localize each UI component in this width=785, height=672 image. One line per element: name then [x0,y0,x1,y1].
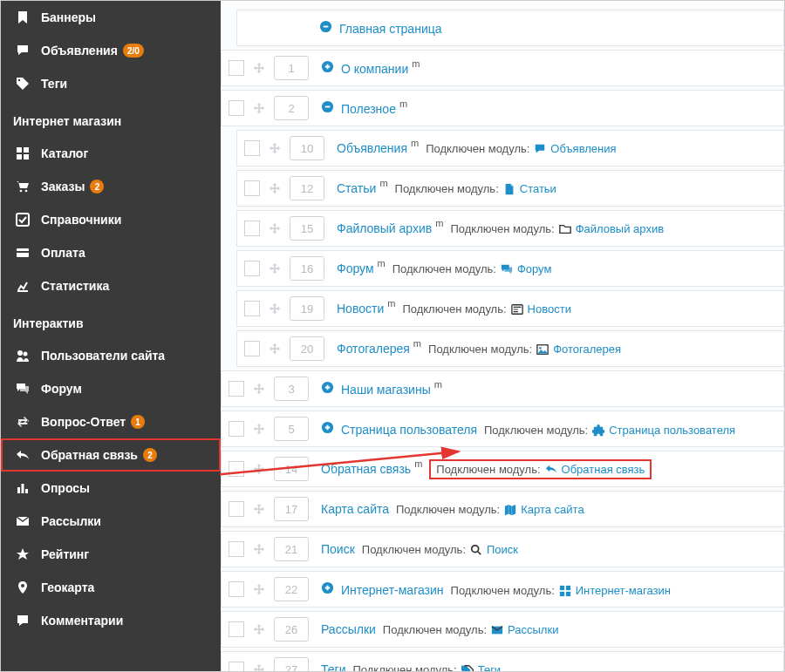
row-checkbox[interactable] [229,60,244,76]
page-link[interactable]: Новости [337,302,384,316]
sort-number[interactable]: 17 [274,497,309,521]
sort-number[interactable]: 1 [274,56,309,80]
page-link[interactable]: Файловый архив [337,221,432,235]
sort-number[interactable]: 21 [274,537,309,561]
module-link[interactable]: Новости [528,302,571,316]
sidebar-item-grid[interactable]: Каталог [1,137,221,170]
drag-handle-icon[interactable] [249,102,269,114]
drag-handle-icon[interactable] [249,383,269,395]
sort-number[interactable]: 16 [290,256,324,281]
sort-number[interactable]: 5 [274,417,309,441]
drag-handle-icon[interactable] [249,62,269,74]
row-checkbox[interactable] [229,501,244,517]
page-link[interactable]: Объявления [337,141,407,155]
drag-handle-icon[interactable] [249,583,269,595]
page-link[interactable]: О компании [341,62,408,76]
sidebar-item-bookmark[interactable]: Баннеры [1,1,221,34]
sort-number[interactable]: 27 [274,657,309,671]
page-link[interactable]: Полезное [341,102,396,116]
page-link[interactable]: Форум [337,261,374,275]
drag-handle-icon[interactable] [249,623,269,635]
sidebar-item-star[interactable]: Рейтинг [1,538,221,571]
sort-number[interactable]: 15 [290,216,324,241]
sidebar-item-retweet[interactable]: Вопрос-Ответ1 [1,405,221,438]
sort-number[interactable]: 22 [274,577,309,601]
sort-number[interactable]: 10 [290,136,324,160]
drag-handle-icon[interactable] [249,503,269,515]
row-checkbox[interactable] [244,341,260,356]
page-link[interactable]: Теги [321,662,345,671]
sort-number[interactable]: 3 [274,377,309,401]
page-link[interactable]: Страница пользователя [341,423,477,437]
module-link[interactable]: Фотогалерея [553,343,621,356]
expand-icon[interactable] [321,381,334,394]
row-checkbox[interactable] [229,621,244,637]
row-checkbox[interactable] [244,221,260,236]
module-link[interactable]: Теги [478,663,501,671]
page-link[interactable]: Обратная связь [321,462,411,476]
row-checkbox[interactable] [229,662,244,671]
drag-handle-icon[interactable] [265,142,284,154]
collapse-icon[interactable] [321,100,334,113]
module-link[interactable]: Поиск [487,543,518,556]
sidebar-item-card[interactable]: Оплата [1,236,221,269]
sort-number[interactable]: 14 [274,457,309,481]
sidebar-item-pin[interactable]: Геокарта [1,571,221,604]
drag-handle-icon[interactable] [249,663,269,671]
drag-handle-icon[interactable] [265,182,284,194]
module-link[interactable]: Файловый архив [576,222,664,235]
module-link[interactable]: Объявления [550,142,616,155]
module-link[interactable]: Страница пользователя [609,424,735,437]
page-link[interactable]: Фотогалерея [337,342,410,356]
page-link[interactable]: Главная страница [339,22,442,36]
module-link[interactable]: Статьи [520,182,556,195]
drag-handle-icon[interactable] [265,222,284,234]
module-link[interactable]: Интернет-магазин [576,584,671,597]
sidebar-item-reply[interactable]: Обратная связь2 [1,438,221,472]
sidebar-item-bars-v[interactable]: Опросы [1,472,221,505]
page-link[interactable]: Рассылки [321,622,376,636]
expand-icon[interactable] [321,60,334,73]
row-checkbox[interactable] [244,180,260,196]
sidebar-item-comment[interactable]: Комментарии [1,604,221,637]
sort-number[interactable]: 20 [290,336,324,361]
row-checkbox[interactable] [229,100,244,116]
page-link[interactable]: Поиск [321,542,355,556]
page-link[interactable]: Наши магазины [341,383,431,397]
row-checkbox[interactable] [229,421,244,437]
row-checkbox[interactable] [244,301,260,316]
sort-number[interactable]: 12 [290,176,324,200]
drag-handle-icon[interactable] [249,463,269,475]
row-checkbox[interactable] [244,140,260,156]
module-link[interactable]: Форум [517,262,552,275]
sort-number[interactable]: 26 [274,617,309,641]
drag-handle-icon[interactable] [265,262,284,275]
page-link[interactable]: Статьи [337,181,376,195]
row-checkbox[interactable] [229,381,244,397]
sidebar-item-chart[interactable]: Статистика [1,269,221,302]
module-link[interactable]: Обратная связь [562,463,645,476]
sidebar-item-chat[interactable]: Объявления2/0 [1,34,221,67]
drag-handle-icon[interactable] [265,302,284,315]
sidebar-item-check[interactable]: Справочники [1,203,221,236]
expand-icon[interactable] [321,421,334,434]
module-link[interactable]: Карта сайта [521,503,584,516]
sidebar-item-tag[interactable]: Теги [1,67,221,100]
drag-handle-icon[interactable] [265,343,284,355]
row-checkbox[interactable] [229,581,244,597]
row-checkbox[interactable] [229,541,244,557]
drag-handle-icon[interactable] [249,543,269,555]
sidebar-item-users[interactable]: Пользователи сайта [1,339,221,372]
collapse-icon[interactable] [319,20,332,33]
row-checkbox[interactable] [244,261,260,276]
page-link[interactable]: Интернет-магазин [341,583,444,597]
sidebar-item-envelope[interactable]: Рассылки [1,505,221,538]
sort-number[interactable]: 19 [290,296,324,321]
sidebar-item-cart[interactable]: Заказы2 [1,170,221,203]
expand-icon[interactable] [321,581,334,594]
sort-number[interactable]: 2 [274,96,309,120]
module-link[interactable]: Рассылки [508,623,558,636]
drag-handle-icon[interactable] [249,423,269,435]
page-link[interactable]: Карта сайта [321,502,389,516]
sidebar-item-comments[interactable]: Форум [1,372,221,405]
